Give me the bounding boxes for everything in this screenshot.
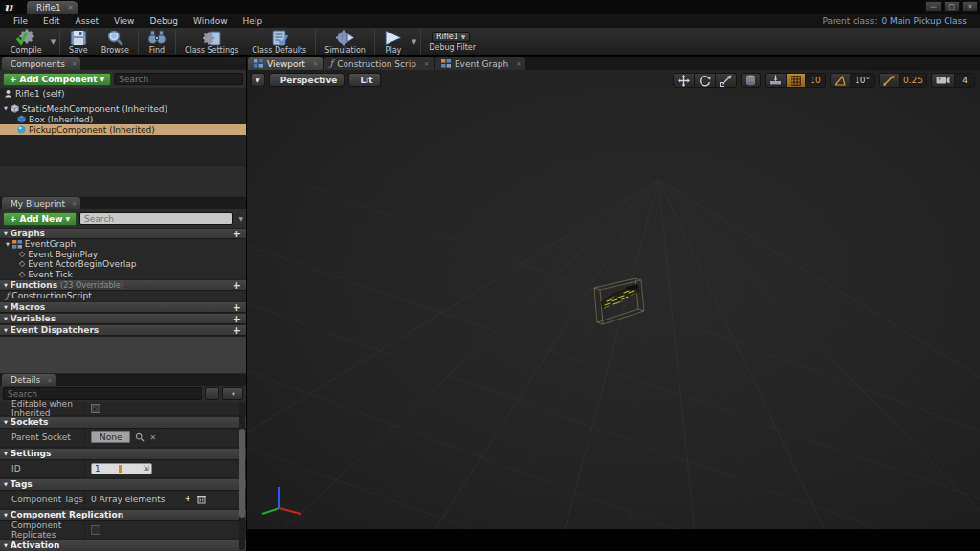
compile-button[interactable]: Compile <box>4 28 49 55</box>
category-tags[interactable]: ▼Tags <box>0 478 246 491</box>
expander-icon: ▼ <box>4 512 8 518</box>
tab-close-icon[interactable]: ✕ <box>516 60 521 67</box>
play-button[interactable]: Play <box>377 28 410 55</box>
editable-when-inherited-checkbox[interactable]: ✓ <box>91 404 100 413</box>
section-functions[interactable]: ▼Functions(23 Overridable)+ <box>0 279 246 291</box>
viewport-options-button[interactable]: ▼ <box>251 73 265 87</box>
simulation-button[interactable]: Simulation <box>318 28 372 55</box>
surface-snap-button[interactable] <box>766 74 787 87</box>
scale-snap-value[interactable]: 0.25 <box>900 74 926 87</box>
asset-tab-close-icon[interactable]: ✕ <box>68 4 74 11</box>
details-search-input[interactable] <box>3 387 202 400</box>
component-row-staticmeshcomponent[interactable]: ▼StaticMeshComponent (Inherited) <box>0 103 246 114</box>
components-panel-tab[interactable]: Components ✕ <box>2 57 80 70</box>
category-activation[interactable]: ▼Activation <box>0 540 246 551</box>
chevron-down-icon[interactable]: ▼ <box>410 38 418 46</box>
tab-close-icon[interactable]: ✕ <box>424 60 429 67</box>
add-icon[interactable]: + <box>233 324 241 337</box>
section-event-dispatchers[interactable]: ▼Event Dispatchers+ <box>0 324 246 336</box>
class-settings-button[interactable]: Class Settings <box>178 28 245 55</box>
chevron-down-icon[interactable]: ▼ <box>49 38 57 46</box>
left-panel-column: Components ✕ + Add Component ▼ Rifle1 (s… <box>0 57 246 533</box>
category-sockets[interactable]: ▼Sockets <box>0 416 246 429</box>
browse-button[interactable]: Browse <box>95 28 136 55</box>
expander-icon: ▼ <box>4 542 8 548</box>
save-button[interactable]: Save <box>62 28 95 55</box>
menu-view[interactable]: View <box>106 16 142 26</box>
id-spinbox[interactable]: 1⇲ <box>91 463 152 474</box>
tab-viewport[interactable]: Viewport✕ <box>248 57 323 70</box>
blueprint-item-event-actorbeginoverlap[interactable]: ◇Event ActorBeginOverlap <box>0 259 246 270</box>
menu-file[interactable]: File <box>6 16 35 26</box>
maximize-button[interactable]: ▢ <box>944 1 960 12</box>
grid-snap-value[interactable]: 10 <box>806 74 825 87</box>
blueprint-item-constructionscript[interactable]: ƒConstructionScript <box>0 291 246 301</box>
rotate-mode-button[interactable] <box>695 74 716 87</box>
add-icon[interactable]: + <box>233 279 241 292</box>
array-add-icon[interactable]: ＋ <box>184 493 192 505</box>
parent-class-link[interactable]: 0 Main Pickup Class <box>881 16 967 26</box>
my-blueprint-panel-tab[interactable]: My Blueprint ✕ <box>2 197 80 209</box>
socket-search-icon[interactable] <box>135 432 145 442</box>
camera-speed-value[interactable]: 4 <box>955 74 974 87</box>
section-graphs[interactable]: ▼Graphs+ <box>0 228 246 239</box>
category-label: Component Replication <box>11 510 123 519</box>
property-value: None✕ <box>84 429 246 447</box>
world-local-toggle-icon <box>746 75 756 86</box>
perspective-button[interactable]: Perspective <box>269 73 345 87</box>
grid-snap-toggle-button[interactable] <box>787 74 806 87</box>
tab-event-graph[interactable]: Event Graph✕ <box>435 57 525 70</box>
array-clear-icon[interactable] <box>197 495 206 504</box>
spin-drag-icon[interactable]: ⇲ <box>143 464 149 473</box>
add-new-button[interactable]: + Add New ▼ <box>3 212 77 226</box>
rifle-mesh-selected[interactable] <box>590 276 653 333</box>
class-defaults-button[interactable]: Class Defaults <box>245 28 313 55</box>
socket-clear-icon[interactable]: ✕ <box>149 433 156 442</box>
component-row-box[interactable]: Box (Inherited) <box>0 114 246 124</box>
blueprint-item-event-tick[interactable]: ◇Event Tick <box>0 270 246 280</box>
rotation-snap-toggle-button[interactable] <box>831 74 851 87</box>
find-button[interactable]: Find <box>141 28 173 55</box>
details-scrollbar[interactable] <box>239 403 245 550</box>
rotation-snap-value[interactable]: 10° <box>851 74 874 87</box>
component-row-rifle1[interactable]: Rifle1 (self) <box>0 88 246 99</box>
component-row-pickupcomponent[interactable]: PickupComponent (Inherited) <box>0 124 246 135</box>
viewport-3d[interactable]: ▼ Perspective Lit 1010°0.254 <box>247 70 980 529</box>
parent-socket-value-button[interactable]: None <box>91 431 130 443</box>
asset-tab[interactable]: Rifle1 ✕ <box>27 1 78 14</box>
add-icon[interactable]: + <box>233 228 241 240</box>
menu-help[interactable]: Help <box>235 16 271 26</box>
section-variables[interactable]: ▼Variables+ <box>0 313 246 324</box>
component-replicates-checkbox[interactable] <box>91 525 100 535</box>
toolbar-separator <box>59 30 60 54</box>
components-tab-close-icon[interactable]: ✕ <box>72 60 77 67</box>
close-button[interactable]: ✕ <box>962 1 978 12</box>
category-settings[interactable]: ▼Settings <box>0 448 246 460</box>
menu-edit[interactable]: Edit <box>35 16 67 26</box>
camera-speed-button[interactable] <box>932 74 955 87</box>
menu-debug[interactable]: Debug <box>142 16 186 26</box>
section-macros[interactable]: ▼Macros+ <box>0 301 246 313</box>
debug-object-select[interactable]: Rifle1 ▼ <box>432 32 470 42</box>
blueprint-item-event-beginplay[interactable]: ◇Event BeginPlay <box>0 250 246 260</box>
details-tab-close-icon[interactable]: ✕ <box>47 377 52 384</box>
details-visibility-button[interactable]: ▼ <box>222 387 243 400</box>
components-search-input[interactable] <box>114 73 243 85</box>
translate-mode-button[interactable] <box>674 74 695 87</box>
menu-window[interactable]: Window <box>186 16 235 26</box>
my-blueprint-tab-close-icon[interactable]: ✕ <box>72 200 77 207</box>
details-view-options-button[interactable] <box>205 387 219 400</box>
tab-construction-scrip[interactable]: ƒConstruction Scrip✕ <box>324 57 434 70</box>
tab-close-icon[interactable]: ✕ <box>313 60 318 67</box>
blueprint-item-eventgraph[interactable]: ▼EventGraph <box>0 239 246 250</box>
lit-mode-button[interactable]: Lit <box>348 73 380 87</box>
scale-mode-button[interactable] <box>716 74 736 87</box>
minimize-button[interactable]: — <box>925 1 942 12</box>
menu-asset[interactable]: Asset <box>68 16 107 26</box>
my-blueprint-search-input[interactable] <box>79 212 233 225</box>
add-component-button[interactable]: + Add Component ▼ <box>3 73 111 86</box>
chevron-down-icon[interactable]: ▼ <box>238 215 243 222</box>
details-panel-tab[interactable]: Details ✕ <box>2 374 56 386</box>
scale-snap-toggle-button[interactable] <box>880 74 900 87</box>
world-local-toggle-button[interactable] <box>742 74 760 87</box>
